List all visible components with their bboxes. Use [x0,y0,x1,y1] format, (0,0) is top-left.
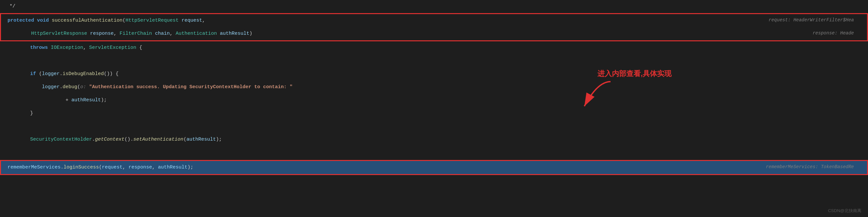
comment-text: */ [0,1,868,12]
param-chain: chain [155,28,170,40]
param-request: request [182,15,202,27]
keyword-protected: protected [7,15,34,27]
if-line: if ( logger . isDebugEnabled ()) { [0,67,868,81]
throws-line: throws IOException , ServletException { [0,41,868,54]
plus-authresult-line: + authResult ); [0,94,868,107]
authResult-ref2: authResult [186,134,216,146]
type-FilterChain: FilterChain [120,28,152,40]
param-authResult-sig: authResult [220,28,249,40]
authResult-ref1: authResult [71,94,101,106]
method-debug: debug [63,81,77,93]
class-SecurityContextHolder: SecurityContextHolder [30,134,92,146]
keyword-if: if [30,68,36,80]
string-auth-success: "Authentication success. Updating Securi… [89,81,292,93]
method-name-successfulAuthentication: successfulAuthentication [52,15,123,27]
method-getContext: getContext [95,134,124,146]
logger-debug-line: logger . debug ( o: "Authentication succ… [0,81,868,94]
line2-content: HttpServletResponse response , FilterCha… [1,28,867,40]
type-HttpServletResponse: HttpServletResponse [31,28,87,40]
line1-content: protected void successfulAuthentication … [1,15,867,27]
param-response-call: response [128,162,152,174]
keyword-void: void [37,15,49,27]
red-box-rememberMe: rememberMeServices . loginSuccess ( requ… [0,160,868,175]
blank-line-2 [0,120,868,133]
param-response: response [90,28,114,40]
if-close-brace: } [0,107,868,120]
param-hint-o: o: [80,81,89,93]
tooltip-rememberMe: rememberMeServices: TokenBasedRe [766,161,854,173]
red-box-method-signature: protected void successfulAuthentication … [0,13,868,41]
rememberMe-line: rememberMeServices . loginSuccess ( requ… [1,161,867,174]
logger-ref2: logger [42,81,60,93]
method-isDebugEnabled: isDebugEnabled [63,68,104,80]
type-HttpServletRequest: HttpServletRequest [125,15,179,27]
method-signature-line2: HttpServletResponse response , FilterCha… [1,27,867,40]
setAuthentication-line: SecurityContextHolder . getContext (). s… [0,133,868,146]
blank-line-3 [0,146,868,159]
method-signature-line1: protected void successfulAuthentication … [1,14,867,27]
rememberMeServices-ref: rememberMeServices [7,162,61,174]
watermark: CSDN@北抉南离 [828,208,862,214]
keyword-throws: throws [30,42,48,54]
comment-line-top: */ [0,0,868,13]
logger-ref: logger [42,68,60,80]
type-Authentication: Authentication [176,28,217,40]
type-ServletException: ServletException [89,42,136,54]
param-request-call: request [102,162,123,174]
method-loginSuccess: loginSuccess [64,162,99,174]
method-setAuthentication: setAuthentication [133,134,183,146]
tooltip-request: request: HeaderWriterFilter$Hea [769,14,854,26]
blank-line-1 [0,54,868,67]
code-editor: */ protected void successfulAuthenticati… [0,0,868,175]
tooltip-response: response: Heade [813,27,854,39]
type-IOException: IOException [51,42,83,54]
param-authResult-call: authResult [158,162,187,174]
